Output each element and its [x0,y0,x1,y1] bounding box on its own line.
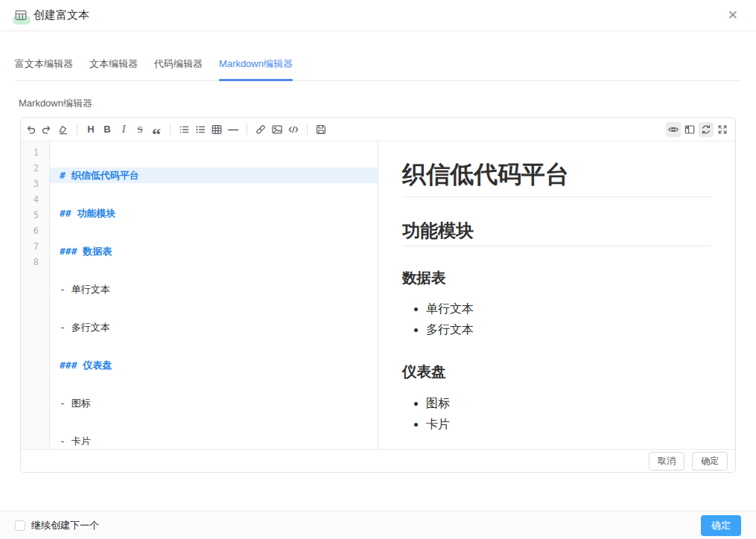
toolbar-separator [170,124,171,135]
dialog-footer: 继续创建下一个 确定 [0,511,756,539]
editor-confirm-button[interactable]: 确定 [692,452,728,471]
markdown-editor-field-label: Markdown编辑器 [19,97,756,110]
preview-list-item: 图标 [426,393,711,414]
editor-tab-bar: 富文本编辑器 文本编辑器 代码编辑器 Markdown编辑器 [15,57,741,81]
preview-datasheet-list: 单行文本 多行文本 [402,299,711,340]
markdown-preview: 织信低代码平台 功能模块 数据表 单行文本 多行文本 仪表盘 图标 卡片 [378,141,735,449]
markdown-editor: H B I S “ [20,117,736,473]
dialog-header: 创建富文本 ✕ [0,0,756,31]
toolbar-separator [247,124,247,135]
continue-create-label: 继续创建下一个 [31,519,99,532]
table-icon [15,10,27,21]
preview-h2: 功能模块 [402,220,711,246]
line-number-gutter: 1 2 3 4 5 6 7 8 [21,141,50,449]
code-line[interactable]: # 织信低代码平台 [50,168,378,183]
tab-markdown-editor[interactable]: Markdown编辑器 [219,57,293,80]
code-line[interactable]: - 图标 [50,395,378,411]
editor-footer: 取消 确定 [21,449,735,472]
code-icon[interactable] [285,121,302,138]
sync-scroll-icon[interactable] [699,122,714,137]
code-line[interactable]: ### 仪表盘 [50,357,378,373]
code-line[interactable]: - 单行文本 [50,281,378,297]
blockquote-icon[interactable]: “ [148,121,165,138]
markdown-source-editor[interactable]: # 织信低代码平台 ## 功能模块 ### 数据表 - 单行文本 - 多行文本 … [50,141,378,449]
strikethrough-icon[interactable]: S [132,121,148,138]
line-number: 4 [21,192,39,208]
ordered-list-icon[interactable] [192,121,209,138]
line-number: 3 [21,176,39,192]
code-line[interactable]: - 卡片 [50,433,378,449]
rich-text-field-icon [15,10,28,22]
tab-text-editor[interactable]: 文本编辑器 [89,57,138,80]
line-number: 1 [21,145,39,161]
line-number: 5 [21,208,39,223]
clear-format-icon[interactable] [55,121,72,138]
insert-table-icon[interactable] [209,121,225,138]
editor-panes: 1 2 3 4 5 6 7 8 # 织信低代码平台 ## 功能模块 ### 数据… [21,141,735,449]
toolbar-separator [307,124,308,135]
code-line[interactable]: - 多行文本 [50,319,378,335]
unordered-list-icon[interactable] [176,121,192,138]
line-number: 8 [21,255,39,270]
tab-code-editor[interactable]: 代码编辑器 [154,57,203,80]
heading-icon[interactable]: H [83,121,99,138]
preview-list-item: 单行文本 [426,299,711,319]
preview-list-item: 多行文本 [426,319,711,340]
line-number: 7 [21,239,39,255]
preview-eye-icon[interactable] [666,122,681,137]
preview-dashboard-list: 图标 卡片 [402,393,711,435]
layout-preview-icon[interactable] [682,121,698,138]
save-icon[interactable] [313,121,329,138]
tab-rich-text-editor[interactable]: 富文本编辑器 [15,57,73,80]
fullscreen-icon[interactable] [714,121,731,138]
line-number: 2 [21,161,39,176]
markdown-toolbar: H B I S “ [21,118,735,141]
code-line[interactable]: ### 数据表 [50,243,378,259]
horizontal-rule-icon[interactable]: — [225,121,241,138]
italic-icon[interactable]: I [115,121,132,138]
line-number: 6 [21,223,39,239]
continue-create-checkbox[interactable] [15,520,25,531]
toolbar-separator [77,124,77,135]
preview-h3-dashboard: 仪表盘 [402,363,711,380]
preview-h3-datasheet: 数据表 [402,269,711,287]
editor-cancel-button[interactable]: 取消 [649,452,684,471]
preview-h1: 织信低代码平台 [402,159,711,197]
dialog-confirm-button[interactable]: 确定 [701,515,741,536]
code-line[interactable]: ## 功能模块 [50,205,378,221]
image-icon[interactable] [269,121,285,138]
link-icon[interactable] [252,121,269,138]
create-rich-text-dialog: 创建富文本 ✕ 富文本编辑器 文本编辑器 代码编辑器 Markdown编辑器 M… [0,0,756,539]
undo-icon[interactable] [22,121,39,138]
dialog-title: 创建富文本 [34,8,89,22]
redo-icon[interactable] [39,121,55,138]
bold-icon[interactable]: B [99,121,115,138]
close-icon[interactable]: ✕ [725,6,741,25]
preview-list-item: 卡片 [426,414,711,435]
